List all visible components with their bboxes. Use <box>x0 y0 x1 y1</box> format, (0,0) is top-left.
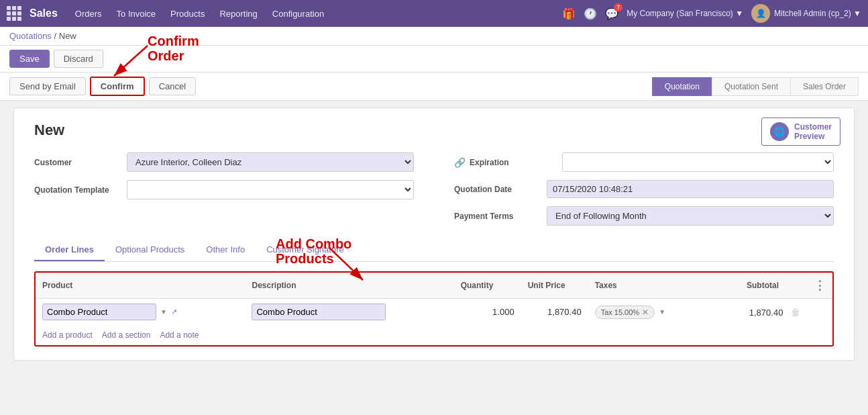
doc-card: 🌐 Customer Preview New Customer Azure In… <box>13 107 855 361</box>
globe-icon: 🌐 <box>770 122 789 141</box>
payment-terms-row: Payment Terms End of Following Month <box>454 206 834 226</box>
user-menu[interactable]: 👤 Mitchell Admin (cp_2) ▼ <box>751 4 861 23</box>
col-header-more: ⋮ <box>807 273 832 299</box>
table-header-row: Product Description Quantity Unit Price <box>36 273 832 299</box>
avatar: 👤 <box>751 4 770 23</box>
customer-label: Customer <box>34 158 121 167</box>
tab-other-info[interactable]: Other Info <box>195 239 256 261</box>
quotation-date-input[interactable] <box>547 180 834 198</box>
expiration-label: Expiration <box>470 158 557 167</box>
status-bar-wrapper: Send by Email Confirm Cancel Quotation Q… <box>0 73 868 101</box>
product-dropdown-arrow[interactable]: ▼ <box>160 308 167 316</box>
grid-icon <box>7 6 21 21</box>
table-cell-more <box>807 299 832 326</box>
table-cell-quantity[interactable]: 1.000 <box>454 299 521 326</box>
table-cell-subtotal: 1,870.40 🗑 <box>740 299 807 326</box>
clock-icon[interactable]: 🕐 <box>584 7 597 20</box>
tab-quotation[interactable]: Quotation <box>652 77 712 96</box>
form-section: Customer Azure Interior, Colleen Diaz Qu… <box>34 152 834 226</box>
tab-sales-order[interactable]: Sales Order <box>790 77 859 96</box>
top-right: 🎁 🕐 💬 7 My Company (San Francisco) ▼ 👤 M… <box>562 4 861 23</box>
gift-icon[interactable]: 🎁 <box>562 7 576 20</box>
breadcrumb-parent[interactable]: Quotations <box>9 31 52 41</box>
breadcrumb-separator: / <box>54 31 57 41</box>
status-tabs: Quotation Quotation Sent Sales Order <box>652 77 859 96</box>
quotation-template-row: Quotation Template <box>34 180 414 199</box>
form-right: 🔗 Expiration Quotation Date Payment Term… <box>454 152 834 226</box>
product-input[interactable]: Combo Product <box>42 304 156 320</box>
payment-terms-select[interactable]: End of Following Month <box>547 206 834 226</box>
customer-preview-label-line2: Preview <box>794 132 824 141</box>
tab-order-lines[interactable]: Order Lines <box>34 239 105 261</box>
tax-remove-button[interactable]: ✕ <box>642 308 649 317</box>
nav-products[interactable]: Products <box>164 6 211 21</box>
status-bar: Send by Email Confirm Cancel Quotation Q… <box>0 73 868 101</box>
table-cell-unit-price[interactable]: 1,870.40 <box>521 299 588 326</box>
more-icon-header[interactable]: ⋮ <box>814 279 826 292</box>
doc-title: New <box>34 122 834 139</box>
save-button[interactable]: Save <box>9 50 50 68</box>
col-header-product: Product <box>36 273 245 299</box>
customer-field-row: Customer Azure Interior, Colleen Diaz <box>34 152 414 172</box>
app-icon[interactable]: Sales <box>7 6 58 21</box>
col-header-taxes: Taxes <box>588 273 740 299</box>
expiration-select[interactable] <box>562 152 834 172</box>
quotation-date-label: Quotation Date <box>454 185 541 194</box>
order-table-wrapper: Product Description Quantity Unit Price <box>34 271 834 347</box>
col-header-unit-price: Unit Price <box>521 273 588 299</box>
product-external-link[interactable]: ↗ <box>171 308 177 316</box>
app-name: Sales <box>30 7 58 19</box>
add-section-link[interactable]: Add a section <box>102 330 151 340</box>
top-nav: Sales Orders To Invoice Products Reporti… <box>0 0 868 27</box>
tab-quotation-sent[interactable]: Quotation Sent <box>712 77 790 96</box>
table-cell-description: Combo Product <box>245 299 453 326</box>
nav-configuration[interactable]: Configuration <box>266 6 331 21</box>
nav-reporting[interactable]: Reporting <box>213 6 264 21</box>
col-header-quantity: Quantity <box>454 273 521 299</box>
payment-terms-label: Payment Terms <box>454 212 541 221</box>
external-link-icon: 🔗 <box>454 157 466 168</box>
discard-button[interactable]: Discard <box>54 50 103 68</box>
table-row: Combo Product ▼ ↗ Combo Product 1.000 <box>36 299 832 326</box>
table-cell-product: Combo Product ▼ ↗ <box>36 299 245 326</box>
chat-icon[interactable]: 💬 7 <box>605 7 618 20</box>
customer-select[interactable]: Azure Interior, Colleen Diaz <box>127 152 414 172</box>
chat-badge: 7 <box>614 3 622 11</box>
order-table-section: Add Combo Products <box>34 271 834 347</box>
cancel-button[interactable]: Cancel <box>149 77 196 95</box>
doc-tabs: Order Lines Optional Products Other Info… <box>34 239 834 262</box>
customer-preview-label-line1: Customer <box>794 122 832 132</box>
tab-customer-signature[interactable]: Customer Signature <box>256 239 355 261</box>
company-selector[interactable]: My Company (San Francisco) ▼ <box>627 9 743 18</box>
order-table: Product Description Quantity Unit Price <box>36 273 832 325</box>
customer-preview-button[interactable]: 🌐 Customer Preview <box>761 118 840 146</box>
col-header-description: Description <box>245 273 453 299</box>
quotation-date-row: Quotation Date <box>454 180 834 198</box>
main-content: 🌐 Customer Preview New Customer Azure In… <box>0 101 868 369</box>
confirm-button[interactable]: Confirm <box>90 77 145 96</box>
expiration-row: 🔗 Expiration <box>454 152 834 172</box>
add-note-link[interactable]: Add a note <box>160 330 199 340</box>
form-left: Customer Azure Interior, Colleen Diaz Qu… <box>34 152 414 226</box>
top-nav-items: Orders To Invoice Products Reporting Con… <box>68 6 551 21</box>
quotation-template-label: Quotation Template <box>34 185 121 195</box>
breadcrumb: Quotations / New <box>0 27 868 46</box>
tax-badge: Tax 15.00% ✕ <box>595 306 655 319</box>
tax-dropdown-arrow[interactable]: ▼ <box>659 308 665 316</box>
description-input[interactable]: Combo Product <box>252 304 386 320</box>
action-bar: Save Discard <box>0 46 868 73</box>
quotation-template-select[interactable] <box>127 180 414 199</box>
nav-to-invoice[interactable]: To Invoice <box>110 6 163 21</box>
delete-row-button[interactable]: 🗑 <box>791 307 800 318</box>
col-header-subtotal: Subtotal <box>740 273 807 299</box>
tab-optional-products[interactable]: Optional Products <box>105 239 195 261</box>
send-by-email-button[interactable]: Send by Email <box>9 77 86 95</box>
add-product-link[interactable]: Add a product <box>42 330 93 340</box>
nav-orders[interactable]: Orders <box>68 6 109 21</box>
add-row-actions: Add a product Add a section Add a note <box>36 325 832 345</box>
breadcrumb-current: New <box>59 31 76 41</box>
table-cell-taxes: Tax 15.00% ✕ ▼ <box>588 299 740 326</box>
